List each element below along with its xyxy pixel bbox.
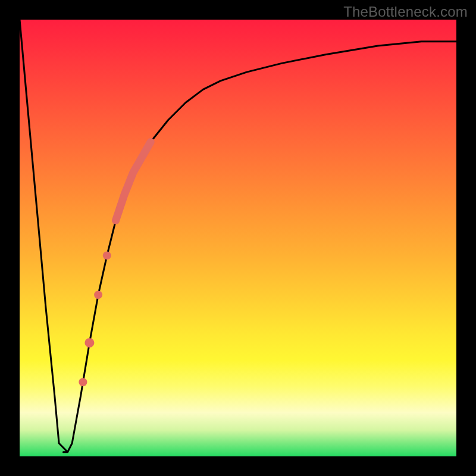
chart-frame: TheBottleneck.com xyxy=(0,0,476,476)
svg-point-0 xyxy=(103,251,111,259)
svg-point-3 xyxy=(79,378,87,386)
svg-point-1 xyxy=(94,290,102,299)
watermark-text: TheBottleneck.com xyxy=(343,4,468,20)
plot-area xyxy=(20,20,456,456)
svg-point-2 xyxy=(84,338,94,347)
bottleneck-curve xyxy=(20,20,456,456)
